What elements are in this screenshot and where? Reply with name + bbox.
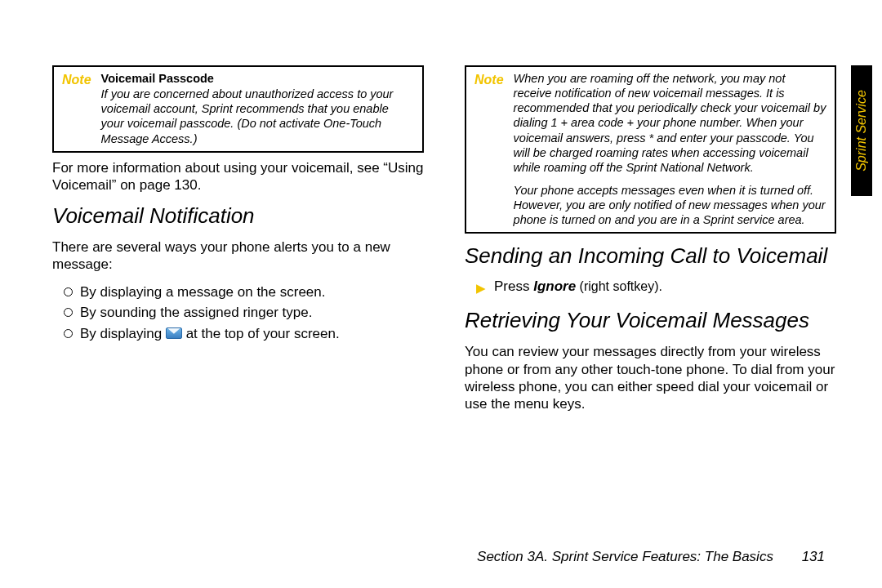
press-bold: Ignore [533, 278, 576, 294]
list-item: By displaying at the top of your screen. [64, 323, 424, 345]
note-body: When you are roaming off the network, yo… [514, 71, 826, 227]
footer-section: Section 3A. Sprint Service Features: The… [477, 549, 773, 564]
press-pre: Press [494, 278, 533, 294]
note-label: Note [474, 71, 504, 227]
heading-retrieving: Retrieving Your Voicemail Messages [465, 308, 836, 333]
note-box-roaming: Note When you are roaming off the networ… [465, 65, 836, 234]
notification-intro: There are several ways your phone alerts… [52, 238, 424, 274]
mail-icon [166, 327, 182, 339]
note-title: Voicemail Passcode [101, 71, 414, 86]
instruction-text: Press Ignore (right softkey). [494, 278, 662, 295]
left-column: Note Voicemail Passcode If you are conce… [52, 65, 424, 535]
press-post: (right softkey). [576, 279, 662, 293]
notification-bullets: By displaying a message on the screen. B… [52, 282, 424, 345]
note-paragraph-2: Your phone accepts messages even when it… [514, 183, 826, 227]
note-body: Voicemail Passcode If you are concerned … [101, 71, 414, 146]
heading-voicemail-notification: Voicemail Notification [52, 203, 424, 229]
right-column: Note When you are roaming off the networ… [465, 65, 836, 535]
heading-sending-incoming: Sending an Incoming Call to Voicemail [465, 243, 836, 269]
side-tab-label: Sprint Service [854, 90, 869, 172]
retrieving-body: You can review your messages directly fr… [465, 343, 836, 412]
instruction-press-ignore: ▶ Press Ignore (right softkey). [465, 278, 836, 298]
note-box-passcode: Note Voicemail Passcode If you are conce… [52, 65, 424, 153]
bullet-text-pre: By displaying [80, 326, 166, 341]
list-item: By displaying a message on the screen. [64, 282, 424, 303]
page-number: 131 [802, 549, 825, 564]
more-info-text: For more information about using your vo… [52, 159, 424, 194]
list-item: By sounding the assigned ringer type. [64, 302, 424, 323]
manual-page: Sprint Service Note Voicemail Passcode I… [0, 0, 882, 588]
content-columns: Note Voicemail Passcode If you are conce… [52, 65, 836, 535]
note-paragraph-1: When you are roaming off the network, yo… [514, 71, 826, 175]
bullet-text-post: at the top of your screen. [186, 326, 340, 341]
section-side-tab: Sprint Service [851, 65, 872, 196]
page-footer: Section 3A. Sprint Service Features: The… [0, 549, 882, 565]
note-text: If you are concerned about unauthorized … [101, 87, 394, 145]
arrow-icon: ▶ [476, 278, 486, 298]
note-label: Note [62, 71, 91, 146]
bullet-text: By sounding the assigned ringer type. [80, 305, 312, 320]
bullet-text: By displaying a message on the screen. [80, 284, 326, 300]
